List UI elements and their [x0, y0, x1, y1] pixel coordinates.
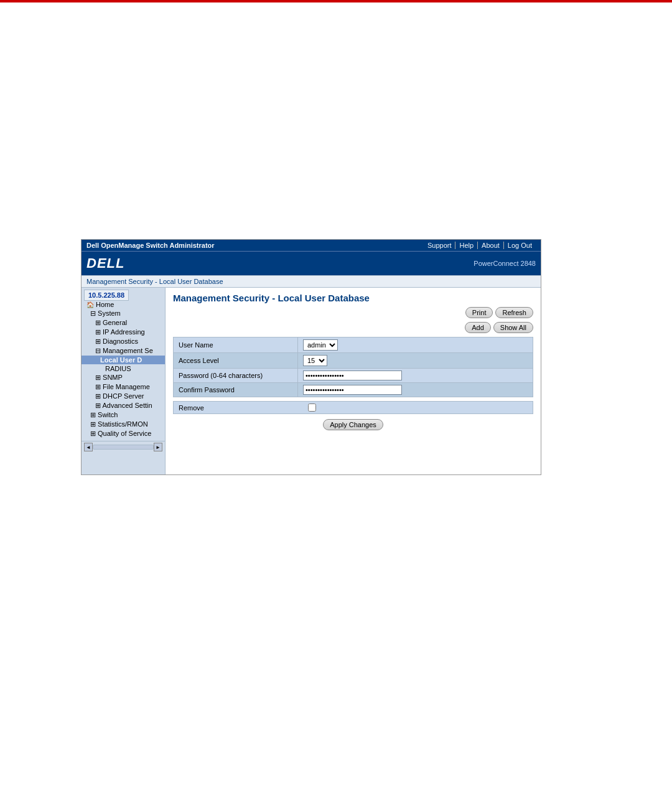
action-buttons-row1: Print Refresh: [173, 307, 533, 318]
sidebar-dhcp-server[interactable]: ⊞ DHCP Server: [82, 392, 165, 401]
username-cell: admin: [298, 337, 533, 353]
sidebar-ip-addressing[interactable]: ⊞ IP Addressing: [82, 328, 165, 337]
remove-row: Remove: [173, 401, 533, 414]
about-link[interactable]: About: [478, 242, 504, 249]
form-table: User Name admin Access Level: [173, 337, 533, 397]
product-name: PowerConnect 2848: [474, 260, 536, 267]
password-input[interactable]: [303, 370, 402, 380]
confirm-password-input[interactable]: [303, 385, 402, 395]
confirm-password-cell: [298, 383, 533, 397]
top-nav-bar: Dell OpenManage Switch Administrator Sup…: [82, 240, 541, 251]
sidebar-scrollbar: ◄ ►: [82, 441, 165, 453]
help-link[interactable]: Help: [455, 242, 478, 249]
sidebar-system[interactable]: ⊟ System: [82, 309, 165, 318]
sidebar-ip: 10.5.225.88: [82, 290, 165, 300]
sidebar-general[interactable]: ⊞ General: [82, 318, 165, 328]
sidebar-local-user-db[interactable]: Local User D: [82, 356, 165, 364]
sidebar-diagnostics[interactable]: ⊞ Diagnostics: [82, 337, 165, 346]
breadcrumb-text: Management Security - Local User Databas…: [86, 278, 223, 285]
support-link[interactable]: Support: [424, 242, 456, 249]
sidebar-qos[interactable]: ⊞ Quality of Service: [82, 429, 165, 438]
right-panel: Management Security - Local User Databas…: [166, 288, 541, 474]
username-row: User Name admin: [174, 337, 533, 353]
sidebar-switch[interactable]: ⊞ Switch: [82, 410, 165, 420]
confirm-password-label: Confirm Password: [174, 383, 298, 397]
apply-section: Apply Changes: [173, 419, 533, 430]
scroll-right-arrow[interactable]: ►: [154, 443, 162, 451]
sidebar: 10.5.225.88 🏠 Home ⊟ System ⊞ General ⊞ …: [82, 288, 166, 474]
sidebar-advanced-settings[interactable]: ⊞ Advanced Settin: [82, 401, 165, 410]
sidebar-snmp[interactable]: ⊞ SNMP: [82, 373, 165, 382]
ip-address: 10.5.225.88: [84, 290, 129, 301]
refresh-button[interactable]: Refresh: [495, 307, 533, 318]
password-label: Password (0-64 characters): [174, 369, 298, 383]
show-all-button[interactable]: Show All: [493, 322, 533, 333]
remove-label: Remove: [179, 404, 303, 412]
sidebar-file-management[interactable]: ⊞ File Manageme: [82, 382, 165, 392]
password-row: Password (0-64 characters): [174, 369, 533, 383]
scroll-track[interactable]: [93, 445, 154, 450]
app-container: Dell OpenManage Switch Administrator Sup…: [81, 239, 541, 475]
password-cell: [298, 369, 533, 383]
access-level-label: Access Level: [174, 353, 298, 369]
scroll-left-arrow[interactable]: ◄: [84, 443, 93, 451]
breadcrumb-bar: Management Security - Local User Databas…: [82, 275, 541, 288]
app-title: Dell OpenManage Switch Administrator: [86, 242, 215, 249]
username-select[interactable]: admin: [303, 339, 338, 351]
access-level-cell: 15: [298, 353, 533, 369]
confirm-password-row: Confirm Password: [174, 383, 533, 397]
print-button[interactable]: Print: [465, 307, 493, 318]
remove-checkbox[interactable]: [308, 404, 316, 412]
nav-links: Support Help About Log Out: [424, 242, 536, 249]
dell-logo: DELL: [86, 255, 124, 271]
username-label: User Name: [174, 337, 298, 353]
sidebar-home[interactable]: 🏠 Home: [82, 300, 165, 309]
sidebar-statistics[interactable]: ⊞ Statistics/RMON: [82, 420, 165, 429]
access-level-row: Access Level 15: [174, 353, 533, 369]
sidebar-radius[interactable]: RADIUS: [82, 364, 165, 373]
action-buttons-row2: Add Show All: [173, 322, 533, 333]
sidebar-management-security[interactable]: ⊟ Management Se: [82, 346, 165, 356]
main-content: 10.5.225.88 🏠 Home ⊟ System ⊞ General ⊞ …: [82, 288, 541, 474]
page-title: Management Security - Local User Databas…: [173, 293, 533, 303]
brand-bar: DELL PowerConnect 2848: [82, 251, 541, 275]
access-level-select[interactable]: 15: [303, 355, 327, 366]
add-button[interactable]: Add: [465, 322, 491, 333]
apply-changes-button[interactable]: Apply Changes: [323, 419, 383, 430]
logout-link[interactable]: Log Out: [504, 242, 536, 249]
